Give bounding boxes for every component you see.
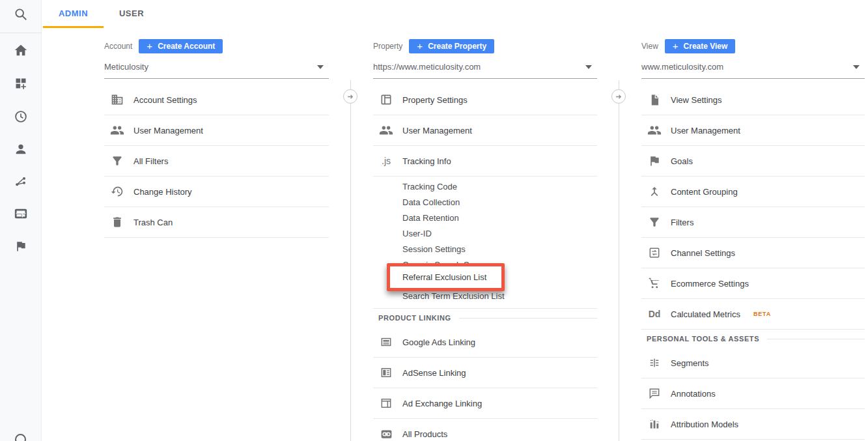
people-icon xyxy=(109,122,125,138)
plus-icon: + xyxy=(147,41,152,51)
item-label: Ad Exchange Linking xyxy=(402,399,482,408)
people-icon xyxy=(647,122,662,138)
trash-icon xyxy=(109,214,125,230)
item-label: User Management xyxy=(133,126,203,135)
property-user-management-item[interactable]: User Management xyxy=(373,115,597,146)
flag-icon xyxy=(647,153,662,169)
collapse-column-arrow-button[interactable] xyxy=(611,89,626,104)
channel-settings-item[interactable]: Channel Settings xyxy=(641,238,865,268)
personal-tools-heading: PERSONAL TOOLS & ASSETS xyxy=(641,330,865,348)
segments-icon xyxy=(647,355,662,371)
building-icon xyxy=(109,92,125,107)
ad-exchange-linking-item[interactable]: Ad Exchange Linking xyxy=(373,388,597,419)
account-label: Account xyxy=(104,42,132,51)
merge-icon xyxy=(647,184,662,199)
document-icon xyxy=(647,92,662,107)
ecommerce-settings-item[interactable]: Ecommerce Settings xyxy=(641,268,865,299)
tracking-info-item[interactable]: .js Tracking Info xyxy=(373,146,597,177)
acquisition-share-icon[interactable] xyxy=(13,174,29,190)
cart-icon xyxy=(647,276,662,291)
discover-icon[interactable] xyxy=(15,434,26,441)
item-label: All Filters xyxy=(133,156,168,166)
account-user-management-item[interactable]: User Management xyxy=(104,115,329,146)
adsense-linking-item[interactable]: AdSense Linking xyxy=(373,358,597,388)
collapse-column-arrow-button[interactable] xyxy=(343,89,357,104)
annotations-icon xyxy=(647,386,662,401)
highlighted-item-label: Referral Exclusion List xyxy=(402,272,486,282)
property-settings-item[interactable]: Property Settings xyxy=(373,85,597,115)
item-label: Segments xyxy=(671,358,709,368)
annotations-item[interactable]: Annotations xyxy=(641,378,865,409)
user-id-item[interactable]: User-ID xyxy=(402,226,597,242)
item-label: View Settings xyxy=(671,95,722,105)
dd-icon: Dd xyxy=(647,306,662,322)
item-label: Annotations xyxy=(671,389,716,399)
calculated-metrics-item[interactable]: Dd Calculated Metrics BETA xyxy=(641,299,865,330)
column-separator xyxy=(350,80,351,441)
ads-linking-icon xyxy=(378,334,394,350)
referral-exclusion-highlight-box[interactable]: Referral Exclusion List xyxy=(387,263,505,291)
property-selector[interactable]: https://www.meticulosity.com xyxy=(373,62,597,79)
view-selector[interactable]: www.meticulosity.com xyxy=(641,62,865,79)
js-icon: .js xyxy=(378,153,394,169)
filter-icon xyxy=(647,214,662,230)
item-label: Ecommerce Settings xyxy=(671,279,749,289)
conversions-flag-icon[interactable] xyxy=(13,238,29,254)
dropdown-caret-icon xyxy=(853,65,860,69)
trash-can-item[interactable]: Trash Can xyxy=(104,207,329,238)
left-nav-rail xyxy=(0,0,42,441)
data-collection-item[interactable]: Data Collection xyxy=(402,195,597,210)
view-column: View + Create View www.meticulosity.com … xyxy=(641,36,865,440)
bar-chart-icon xyxy=(647,416,662,432)
tab-user[interactable]: USER xyxy=(104,0,160,26)
item-label: Goals xyxy=(671,156,693,166)
plus-icon: + xyxy=(417,41,423,51)
data-retention-item[interactable]: Data Retention xyxy=(402,210,597,226)
channel-icon xyxy=(647,245,662,261)
tracking-code-item[interactable]: Tracking Code xyxy=(402,179,597,195)
home-icon[interactable] xyxy=(13,43,29,59)
google-ads-linking-item[interactable]: Google Ads Linking xyxy=(373,327,597,358)
create-view-button[interactable]: + Create View xyxy=(665,39,736,53)
view-user-management-item[interactable]: User Management xyxy=(641,115,865,146)
filter-icon xyxy=(109,153,125,169)
attribution-models-item[interactable]: Attribution Models xyxy=(641,409,865,440)
account-settings-item[interactable]: Account Settings xyxy=(104,85,329,115)
realtime-clock-icon[interactable] xyxy=(13,109,29,124)
plus-icon: + xyxy=(673,41,679,51)
rail-divider xyxy=(0,33,42,33)
audience-person-icon[interactable] xyxy=(13,141,29,157)
item-label: Google Ads Linking xyxy=(402,337,475,347)
all-products-item[interactable]: All Products xyxy=(373,419,597,441)
search-icon[interactable] xyxy=(13,7,29,22)
content-grouping-item[interactable]: Content Grouping xyxy=(641,177,865,207)
item-label: Trash Can xyxy=(133,218,173,227)
item-label: Attribution Models xyxy=(671,420,738,429)
create-account-button[interactable]: + Create Account xyxy=(139,39,223,53)
all-filters-item[interactable]: All Filters xyxy=(104,146,329,177)
create-property-button[interactable]: + Create Property xyxy=(409,39,494,53)
heading-rule xyxy=(767,339,865,339)
item-label: Change History xyxy=(133,187,192,197)
customization-icon[interactable] xyxy=(13,76,29,91)
beta-badge: BETA xyxy=(753,311,771,317)
segments-item[interactable]: Segments xyxy=(641,348,865,378)
view-settings-item[interactable]: View Settings xyxy=(641,85,865,115)
goals-item[interactable]: Goals xyxy=(641,146,865,177)
item-label: Property Settings xyxy=(402,95,468,105)
item-label: Account Settings xyxy=(133,95,197,105)
dropdown-caret-icon xyxy=(317,65,324,69)
behavior-card-icon[interactable] xyxy=(13,206,29,221)
product-linking-heading: PRODUCT LINKING xyxy=(373,309,597,327)
tab-admin[interactable]: ADMIN xyxy=(43,0,104,26)
admin-tab-bar: ADMIN USER xyxy=(42,0,868,29)
people-icon xyxy=(378,122,394,138)
heading-rule xyxy=(459,318,597,319)
item-label: AdSense Linking xyxy=(402,368,466,378)
change-history-item[interactable]: Change History xyxy=(104,177,329,207)
filters-item[interactable]: Filters xyxy=(641,207,865,238)
item-label: Tracking Info xyxy=(402,156,451,166)
account-selector[interactable]: Meticulosity xyxy=(104,62,329,79)
session-settings-item[interactable]: Session Settings xyxy=(402,242,597,257)
account-column: Account + Create Account Meticulosity Ac… xyxy=(104,36,329,238)
